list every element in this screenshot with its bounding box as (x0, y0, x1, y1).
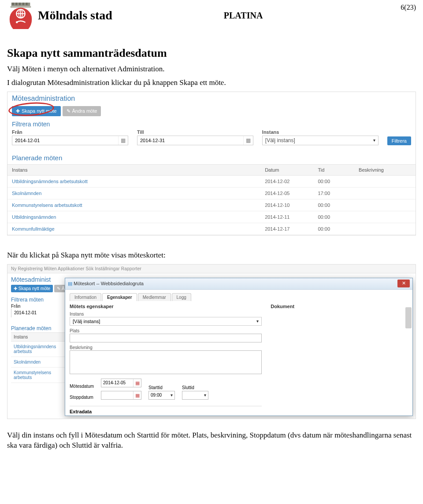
end-time-select[interactable]: ▾ (182, 391, 208, 400)
calendar-icon[interactable]: ▦ (243, 136, 253, 145)
filter-button-label: Filtrera (392, 138, 407, 143)
row-time: 00:00 (314, 223, 355, 235)
to-label: Till (137, 129, 253, 135)
row-time: 00:00 (314, 175, 355, 187)
start-time-select[interactable]: 09:00 ▾ (148, 391, 175, 400)
row-instance: Utbildningsnämnden (7, 211, 260, 223)
row-date: 2014-12-05 (260, 187, 313, 199)
chevron-down-icon: ▾ (256, 319, 259, 324)
from-date-input[interactable]: ▦ (12, 136, 128, 145)
meeting-admin-title: Mötesadministration (7, 92, 416, 104)
tail-paragraph: Välj din instans och fyll i Mötesdatum o… (7, 430, 416, 451)
page-header: Mölndals stad PLATINA 6(23) (7, 0, 416, 38)
col-time: Tid (314, 164, 355, 175)
table-row[interactable]: Utbildningsnämndens arbetsutskott2014-12… (7, 175, 416, 187)
chevron-down-icon: ▾ (204, 393, 206, 397)
lbl-desc: Beskrivning (70, 345, 262, 350)
stopdate-input[interactable]: ▦ (101, 391, 141, 400)
svg-rect-3 (19, 3, 21, 5)
bg-panel: Mötesadminist ✚ Skapa nytt möte ✎ Är Fil… (7, 273, 74, 386)
planned-meetings-table: Instans Datum Tid Beskrivning Utbildning… (7, 164, 416, 235)
tab-logg[interactable]: Logg (172, 293, 191, 301)
row-time: 00:00 (314, 211, 355, 223)
lbl-instance: Instans (70, 312, 262, 316)
row-desc (354, 223, 416, 235)
row-date: 2014-12-10 (260, 199, 313, 211)
intro-line-2: I dialogrutan Mötesadministration klicka… (7, 78, 416, 88)
meetdate-input[interactable]: ▦ (101, 379, 141, 387)
calendar-icon[interactable]: ▦ (133, 391, 141, 399)
list-item[interactable]: Skolnämnden (11, 357, 70, 368)
table-row[interactable]: Kommunfullmäktige2014-12-1700:00 (7, 223, 416, 235)
filter-button[interactable]: Filtrera (387, 136, 411, 145)
svg-rect-1 (12, 3, 14, 5)
lbl-stopdate: Stoppdatum (70, 395, 94, 400)
chevron-down-icon: ▾ (373, 138, 375, 143)
bg-from-label: Från (11, 304, 70, 309)
close-button[interactable]: ✕ (397, 280, 410, 287)
dialog-title: Möteskort -- Webbsidedialogruta (74, 281, 144, 286)
mid-paragraph: När du klickat på Skapa nytt möte visas … (7, 250, 416, 261)
row-instance: Skolnämnden (7, 187, 260, 199)
button-row: ✚ Skapa nytt möte ✎ Ändra möte (7, 104, 416, 121)
table-header-row: Instans Datum Tid Beskrivning (7, 164, 416, 175)
bg-table-heading: Planerade möten (11, 325, 70, 331)
bg-from-input[interactable]: ▦ (11, 309, 64, 317)
tab-egenskaper[interactable]: Egenskaper (102, 293, 137, 301)
row-date: 2014-12-11 (260, 211, 313, 223)
to-date-input[interactable]: ▦ (137, 136, 253, 145)
pencil-icon: ✎ (67, 108, 70, 114)
create-meeting-button[interactable]: ✚ Skapa nytt möte (12, 106, 61, 116)
row-desc (354, 175, 416, 187)
bg-title: Mötesadminist (11, 276, 70, 283)
extradata-heading: Extradata (70, 406, 262, 414)
row-desc (354, 211, 416, 223)
edit-meeting-label: Ändra möte (72, 108, 97, 114)
lbl-end: Sluttid (182, 385, 208, 390)
dialog-tabs: InformationEgenskaperMedlemmarLogg (70, 293, 408, 301)
calendar-icon[interactable]: ▦ (118, 136, 128, 145)
table-row[interactable]: Utbildningsnämnden2014-12-1100:00 (7, 211, 416, 223)
row-instance: Utbildningsnämndens arbetsutskott (7, 175, 260, 187)
row-instance: Kommunstyrelsens arbetsutskott (7, 199, 260, 211)
instance-select-dialog[interactable]: [Välj instans] ▾ (70, 317, 262, 326)
row-desc (354, 187, 416, 199)
list-item[interactable]: Kommunstyrelsens arbetsuts (11, 368, 70, 383)
scrollbar-handle[interactable] (405, 307, 412, 328)
tab-medlemmar[interactable]: Medlemmar (138, 293, 171, 301)
table-row[interactable]: Kommunstyrelsens arbetsutskott2014-12-10… (7, 199, 416, 211)
to-date-field[interactable] (137, 136, 243, 145)
row-time: 00:00 (314, 199, 355, 211)
filter-heading: Filtrera möten (7, 121, 416, 129)
row-time: 17:00 (314, 187, 355, 199)
edit-meeting-button[interactable]: ✎ Ändra möte (63, 106, 101, 116)
from-date-field[interactable] (12, 136, 118, 145)
instance-label: Instans (262, 129, 378, 135)
screenshot-meeting-card: Ny Registrering Möten Applikationer Sök … (7, 264, 416, 419)
col-instance: Instans (7, 164, 260, 175)
filter-row: Från ▦ Till ▦ Instans [Välj instans] ▾ (7, 129, 416, 150)
city-logo-icon (7, 2, 34, 29)
panel-heading-props: Mötets egenskaper (70, 304, 262, 309)
screenshot-meeting-admin: Mötesadministration ✚ Skapa nytt möte ✎ … (7, 92, 416, 235)
calendar-icon[interactable]: ▦ (133, 379, 141, 387)
instance-select[interactable]: [Välj instans] ▾ (262, 136, 378, 145)
tab-information[interactable]: Information (70, 293, 101, 301)
section-heading: Skapa nytt sammanträdesdatum (7, 47, 416, 60)
lbl-meetdate: Mötesdatum (70, 384, 94, 389)
instance-select-dialog-value: [Välj instans] (73, 319, 100, 324)
place-input[interactable] (70, 334, 262, 342)
app-title: PLATINA (86, 2, 401, 21)
row-date: 2014-12-02 (260, 175, 313, 187)
page-number: 6(23) (401, 2, 416, 11)
plus-icon: ✚ (16, 108, 20, 114)
ie-page-icon: ▤ (68, 281, 72, 286)
desc-textarea[interactable] (70, 350, 262, 374)
table-row[interactable]: Skolnämnden2014-12-0517:00 (7, 187, 416, 199)
instance-select-value: [Välj instans] (265, 137, 295, 143)
svg-point-10 (16, 21, 18, 23)
row-date: 2014-12-17 (260, 223, 313, 235)
close-icon: ✕ (402, 280, 406, 286)
bg-create-button[interactable]: ✚ Skapa nytt möte (11, 285, 53, 292)
list-item[interactable]: Utbildningsnämndens arbetsuts (11, 342, 70, 357)
